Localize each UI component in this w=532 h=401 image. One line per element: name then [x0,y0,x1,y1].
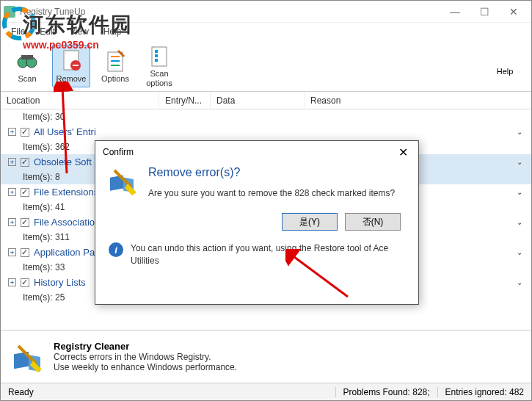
col-location[interactable]: Location [1,92,159,109]
svg-rect-6 [73,65,79,66]
menu-help[interactable]: Help [98,25,128,38]
options-button[interactable]: Options [96,45,134,87]
scan-label: Scan [18,74,36,83]
dialog-close-button[interactable]: ✕ [392,144,414,160]
checkbox[interactable] [21,278,29,287]
status-left: Ready [1,387,335,397]
info-panel: Registry Cleaner Corrects errors in the … [1,330,531,383]
column-headers: Location Entry/N... Data Reason [1,92,531,109]
no-button[interactable]: 否(N) [345,213,401,231]
window-title: Registry TuneUp [20,7,440,17]
col-reason[interactable]: Reason [305,92,531,109]
remove-doc-icon [59,49,83,73]
svg-rect-3 [21,55,33,59]
svg-rect-12 [155,50,158,53]
scan-options-icon [147,44,171,68]
checkbox[interactable] [21,158,29,167]
info-title: Registry Cleaner [54,341,237,352]
status-found: Problems Found: 828; [335,387,437,397]
checkbox[interactable] [21,248,29,257]
remove-label: Remove [57,74,87,83]
info-line1: Corrects errors in the Windows Registry. [54,352,237,362]
app-icon [4,6,15,18]
menubar: File Edit View Help [1,23,531,40]
col-data[interactable]: Data [211,92,305,109]
options-icon [103,49,127,73]
list-item-label: All Users' Entri [34,126,531,137]
info-line2: Use weekly to enhance Windows performanc… [54,362,237,372]
chevron-down-icon[interactable]: ⌄ [517,158,522,166]
help-button[interactable]: ? Help [486,45,524,87]
list-item[interactable]: + All Users' Entri ⌄ [1,124,531,140]
dialog-message: Are you sure you want to remove the 828 … [148,187,395,200]
expand-icon[interactable]: + [8,278,16,286]
chevron-down-icon[interactable]: ⌄ [517,278,522,286]
expand-icon[interactable]: + [8,218,16,226]
svg-rect-14 [155,59,158,62]
status-ignored: Entries ignored: 482 [437,387,531,397]
close-button[interactable]: ✕ [499,1,528,22]
chevron-down-icon[interactable]: ⌄ [517,188,522,196]
chevron-down-icon[interactable]: ⌄ [517,248,522,256]
svg-rect-13 [155,54,158,57]
window-controls: — ☐ ✕ [440,1,528,22]
binoculars-icon [15,49,39,73]
info-icon: i [109,242,123,257]
expand-icon[interactable]: + [8,158,16,166]
expand-icon[interactable]: + [8,128,16,136]
chevron-down-icon[interactable]: ⌄ [517,218,522,226]
scan-options-button[interactable]: Scan options [140,45,178,87]
checkbox[interactable] [21,188,29,197]
list-item-count: Item(s): 30 [1,109,531,124]
dialog-heading: Remove error(s)? [148,166,395,179]
scan-button[interactable]: Scan [8,45,46,87]
col-entry[interactable]: Entry/N... [159,92,211,109]
toolbar: Scan Remove Options Scan options ? Help [1,40,531,92]
expand-icon[interactable]: + [8,248,16,256]
broom-cube-icon [109,166,138,195]
remove-button[interactable]: Remove [52,45,90,87]
yes-button[interactable]: 是(Y) [282,213,338,231]
svg-rect-11 [152,47,167,66]
statusbar: Ready Problems Found: 828; Entries ignor… [1,383,531,400]
confirm-dialog: Confirm ✕ Remove error(s)? Are you sure … [95,140,419,305]
dialog-title: Confirm [95,141,418,163]
svg-rect-0 [4,6,15,18]
options-label: Options [101,74,129,83]
dialog-info-text: You can undo this action if you want, us… [131,242,405,267]
broom-cube-icon [11,340,45,374]
menu-edit[interactable]: Edit [34,25,61,38]
checkbox[interactable] [21,128,29,137]
chevron-down-icon[interactable]: ⌄ [517,128,522,136]
expand-icon[interactable]: + [8,188,16,196]
scan-options-label: Scan options [146,69,172,87]
minimize-button[interactable]: — [440,1,470,22]
menu-file[interactable]: File [5,25,31,38]
checkbox[interactable] [21,218,29,227]
maximize-button[interactable]: ☐ [470,1,499,22]
help-label: Help [497,67,514,76]
menu-view[interactable]: View [64,25,95,38]
titlebar: Registry TuneUp — ☐ ✕ [1,1,531,23]
